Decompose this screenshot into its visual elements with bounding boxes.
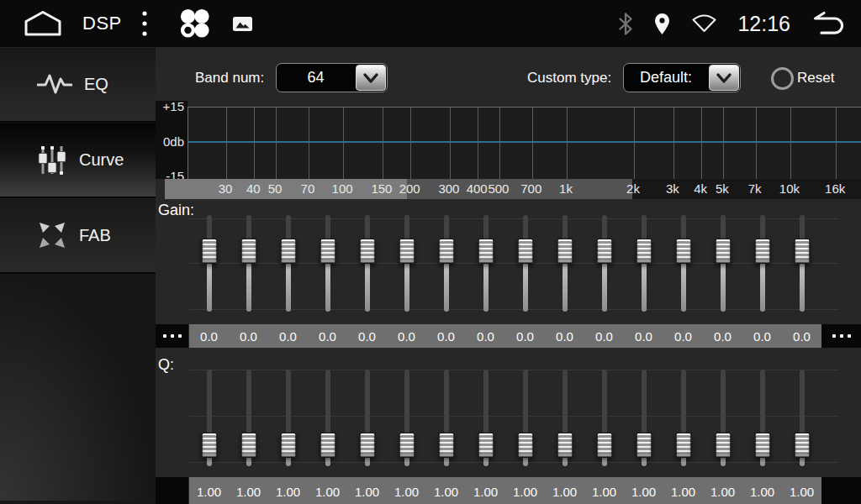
- gain-band-slider[interactable]: [545, 210, 584, 318]
- gain-more-left-button[interactable]: [156, 324, 188, 348]
- q-band-slider[interactable]: [308, 365, 347, 472]
- sidebar-item-label: FAB: [79, 226, 111, 245]
- gain-band-slider[interactable]: [426, 210, 466, 318]
- band-num-label: Band num:: [195, 70, 264, 87]
- freq-tick-label: 150: [371, 179, 392, 199]
- q-slider-row: [189, 365, 821, 472]
- gain-value: 0.0: [703, 329, 742, 344]
- q-value: 1.00: [663, 485, 703, 499]
- back-arrow-icon[interactable]: [811, 10, 848, 38]
- sidebar-item-fab[interactable]: FAB: [0, 198, 156, 274]
- sidebar-item-label: Curve: [79, 150, 124, 170]
- freq-gridline: [673, 108, 674, 180]
- gain-value: 0.0: [229, 329, 268, 344]
- q-band-slider[interactable]: [742, 365, 782, 472]
- gain-band-slider[interactable]: [308, 210, 347, 318]
- bluetooth-icon: [618, 13, 633, 35]
- gain-band-slider[interactable]: [703, 210, 742, 318]
- gain-band-slider[interactable]: [387, 210, 426, 318]
- q-band-slider[interactable]: [663, 365, 703, 472]
- q-value: 1.00: [466, 485, 505, 499]
- band-num-select[interactable]: 64: [276, 63, 388, 92]
- q-band-slider[interactable]: [426, 365, 466, 472]
- q-band-slider[interactable]: [466, 365, 505, 472]
- sidebar-item-curve[interactable]: Curve: [0, 123, 156, 198]
- chevron-down-icon[interactable]: [356, 65, 386, 91]
- custom-type-label: Custom type:: [527, 70, 611, 87]
- q-value: 1.00: [426, 485, 466, 499]
- gain-band-slider[interactable]: [268, 210, 308, 318]
- q-value: 1.00: [387, 485, 426, 499]
- freq-tick-label: 5k: [716, 179, 729, 199]
- q-value-strip: 1.001.001.001.001.001.001.001.001.001.00…: [189, 477, 821, 504]
- freq-gridline: [450, 108, 451, 180]
- gain-band-slider[interactable]: [742, 210, 782, 318]
- freq-tick-label: 30: [219, 179, 233, 199]
- freq-gridline: [410, 108, 411, 180]
- gain-band-slider[interactable]: [584, 210, 624, 318]
- gain-value: 0.0: [268, 329, 308, 344]
- gain-more-right-button[interactable]: [821, 324, 861, 348]
- kebab-menu-icon[interactable]: [142, 11, 147, 36]
- zero-db-line: [188, 141, 861, 143]
- freq-gridline: [383, 108, 383, 180]
- gain-slider-row: [189, 210, 821, 318]
- q-value: 1.00: [308, 485, 347, 499]
- home-icon[interactable]: [24, 10, 62, 37]
- freq-gridline: [309, 108, 309, 180]
- top-status-bar: DSP 12:16: [0, 0, 861, 48]
- clover-apps-icon[interactable]: [177, 8, 211, 39]
- freq-gridline: [790, 108, 791, 180]
- chevron-down-icon[interactable]: [709, 65, 739, 91]
- custom-type-select[interactable]: Default:: [623, 63, 741, 92]
- q-more-left-button[interactable]: [156, 477, 188, 504]
- status-icons: 12:16: [618, 10, 848, 38]
- sidebar: EQ Curve: [0, 47, 156, 504]
- gain-value: 0.0: [189, 329, 229, 344]
- q-more-right-button[interactable]: [821, 477, 861, 504]
- q-band-slider[interactable]: [189, 365, 229, 472]
- gain-band-slider[interactable]: [466, 210, 505, 318]
- q-band-slider[interactable]: [268, 365, 308, 472]
- reset-radio-icon[interactable]: [771, 67, 794, 90]
- freq-tick-label: 16k: [825, 179, 845, 199]
- sidebar-item-eq[interactable]: EQ: [0, 47, 156, 123]
- q-band-slider[interactable]: [584, 365, 624, 472]
- q-band-slider[interactable]: [703, 365, 742, 472]
- q-band-slider[interactable]: [229, 365, 268, 472]
- gain-value: 0.0: [663, 329, 703, 344]
- gain-value: 0.0: [505, 329, 545, 344]
- location-pin-icon: [653, 13, 671, 35]
- q-value: 1.00: [782, 485, 821, 499]
- freq-tick-label: 300: [438, 179, 459, 199]
- gain-band-slider[interactable]: [189, 210, 229, 318]
- freq-gridline: [226, 108, 227, 180]
- gain-band-slider[interactable]: [663, 210, 703, 318]
- q-value: 1.00: [703, 485, 742, 499]
- freq-tick-label: 10k: [779, 179, 800, 199]
- freq-tick-label: 50: [268, 179, 283, 199]
- q-band-slider[interactable]: [545, 365, 584, 472]
- q-band-slider[interactable]: [782, 365, 821, 472]
- gallery-icon[interactable]: [233, 17, 252, 31]
- q-value: 1.00: [545, 485, 584, 499]
- gain-band-slider[interactable]: [505, 210, 545, 318]
- gain-value: 0.0: [466, 329, 505, 344]
- freq-gridline: [478, 108, 478, 180]
- q-band-slider[interactable]: [505, 365, 545, 472]
- gain-band-slider[interactable]: [624, 210, 663, 318]
- band-num-value: 64: [277, 69, 355, 87]
- q-band-slider[interactable]: [387, 365, 426, 472]
- y-tick-label: +15: [156, 100, 184, 113]
- gain-band-slider[interactable]: [782, 210, 821, 318]
- clock: 12:16: [737, 12, 790, 36]
- freq-tick-label: 1k: [559, 179, 573, 199]
- freq-gridline: [723, 108, 724, 180]
- reset-label[interactable]: Reset: [797, 70, 834, 87]
- gain-band-slider[interactable]: [229, 210, 268, 318]
- freq-gridline: [634, 108, 635, 180]
- q-band-slider[interactable]: [624, 365, 663, 472]
- q-band-slider[interactable]: [347, 365, 387, 472]
- gain-band-slider[interactable]: [347, 210, 387, 318]
- freq-gridline: [276, 108, 277, 180]
